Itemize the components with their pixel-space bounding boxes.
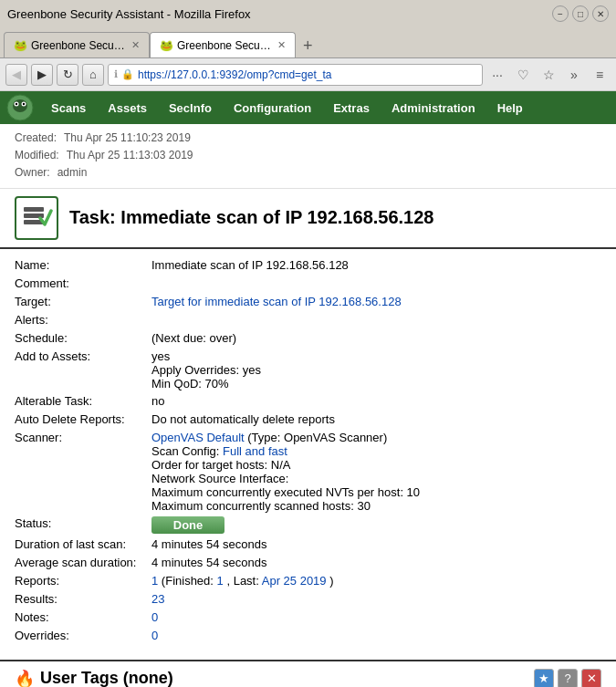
- scanner-link[interactable]: OpenVAS Default: [151, 431, 245, 444]
- created-value: Thu Apr 25 11:10:23 2019: [64, 130, 191, 147]
- more-button[interactable]: ···: [486, 64, 508, 86]
- tab-2-close[interactable]: ✕: [277, 39, 286, 51]
- schedule-label: Schedule:: [15, 331, 151, 345]
- add-to-assets-value: yes Apply Overrides: yes Min QoD: 70%: [151, 349, 601, 390]
- tab-1-close[interactable]: ✕: [131, 39, 140, 51]
- fire-icon: 🔥: [15, 669, 35, 687]
- menu-administration[interactable]: Administration: [381, 91, 486, 124]
- avg-duration-row: Average scan duration: 4 minutes 54 seco…: [15, 554, 601, 572]
- reports-finished-link[interactable]: 1: [217, 574, 224, 588]
- created-label: Created:: [15, 130, 57, 147]
- scanner-row: Scanner: OpenVAS Default (Type: OpenVAS …: [15, 429, 601, 515]
- svg-rect-6: [24, 207, 44, 212]
- menu-button[interactable]: ≡: [589, 64, 611, 86]
- tag-close-button[interactable]: ✕: [581, 669, 601, 687]
- back-button[interactable]: ◀: [5, 64, 27, 86]
- svg-point-1: [13, 99, 27, 112]
- schedule-row: Schedule: (Next due: over): [15, 329, 601, 348]
- user-tags-left: 🔥 User Tags (none): [15, 669, 173, 687]
- name-row: Name: Immediate scan of IP 192.168.56.12…: [15, 256, 601, 275]
- star-button[interactable]: ☆: [538, 64, 559, 86]
- alerts-label: Alerts:: [15, 313, 151, 327]
- minimize-button[interactable]: −: [552, 5, 569, 22]
- auto-delete-value: Do not automatically delete reports: [151, 412, 601, 426]
- reports-last-link[interactable]: Apr 25 2019: [262, 574, 327, 588]
- max-nvts: Maximum concurrently executed NVTs per h…: [151, 485, 420, 499]
- user-tags-icons: ★ ? ✕: [534, 669, 601, 687]
- owner-value: admin: [57, 164, 88, 182]
- target-label: Target:: [15, 295, 151, 308]
- url-bar[interactable]: ℹ 🔒 https://127.0.0.1:9392/omp?cmd=get_t…: [108, 64, 483, 86]
- auto-delete-row: Auto Delete Reports: Do not automaticall…: [15, 411, 601, 429]
- menu-scans[interactable]: Scans: [40, 91, 97, 124]
- avg-duration-label: Average scan duration:: [15, 556, 151, 569]
- comment-row: Comment:: [15, 275, 601, 293]
- new-tab-button[interactable]: +: [296, 34, 320, 57]
- target-row: Target: Target for immediate scan of IP …: [15, 293, 601, 311]
- title-bar: Greenbone Security Assistant - Mozilla F…: [0, 0, 616, 27]
- max-hosts: Maximum concurrently scanned hosts: 30: [151, 499, 371, 513]
- extra-button[interactable]: »: [563, 64, 585, 86]
- menu-secinfo[interactable]: SecInfo: [158, 91, 223, 124]
- created-line: Created: Thu Apr 25 11:10:23 2019: [15, 130, 601, 147]
- notes-link[interactable]: 0: [151, 610, 158, 624]
- scanner-type: (Type: OpenVAS Scanner): [247, 431, 387, 444]
- owner-line: Owner: admin: [15, 164, 601, 182]
- owner-label: Owner:: [15, 164, 50, 182]
- results-link[interactable]: 23: [151, 592, 164, 606]
- scan-config-link[interactable]: Full and fast: [223, 444, 287, 458]
- maximize-button[interactable]: □: [572, 5, 589, 22]
- notes-value: 0: [151, 610, 601, 624]
- add-to-assets-row: Add to Assets: yes Apply Overrides: yes …: [15, 348, 601, 392]
- modified-value: Thu Apr 25 11:13:03 2019: [67, 147, 193, 164]
- scanner-value: OpenVAS Default (Type: OpenVAS Scanner) …: [151, 431, 601, 513]
- reports-count-link[interactable]: 1: [151, 574, 158, 588]
- add-to-assets-label: Add to Assets:: [15, 349, 151, 363]
- close-button[interactable]: ✕: [592, 5, 609, 22]
- tab-2[interactable]: 🐸 Greenbone Security Assi... ✕: [150, 32, 296, 57]
- status-value: Done: [151, 516, 601, 534]
- tag-help-button[interactable]: ?: [558, 669, 578, 687]
- overrides-value: 0: [151, 629, 601, 642]
- reports-last-prefix: , Last:: [226, 574, 258, 588]
- alerts-row: Alerts:: [15, 311, 601, 329]
- overrides-label: Overrides:: [15, 629, 151, 642]
- target-link[interactable]: Target for immediate scan of IP 192.168.…: [151, 295, 402, 308]
- forward-button[interactable]: ▶: [31, 64, 53, 86]
- menu-help[interactable]: Help: [486, 91, 534, 124]
- reports-label: Reports:: [15, 574, 151, 588]
- alterable-value: no: [151, 394, 601, 408]
- status-row: Status: Done: [15, 515, 601, 536]
- notes-row: Notes: 0: [15, 609, 601, 627]
- comment-label: Comment:: [15, 276, 151, 290]
- task-icon-box: [15, 196, 58, 240]
- menu-extras[interactable]: Extras: [322, 91, 381, 124]
- app-logo: [4, 91, 37, 124]
- window-controls: − □ ✕: [552, 5, 609, 22]
- window-title: Greenbone Security Assistant - Mozilla F…: [7, 7, 251, 21]
- lock-icon: ℹ: [114, 68, 118, 80]
- reload-button[interactable]: ↻: [57, 64, 78, 86]
- name-label: Name:: [15, 258, 151, 272]
- tab-2-label: Greenbone Security Assi...: [177, 39, 272, 52]
- reports-value: 1 (Finished: 1 , Last: Apr 25 2019 ): [151, 574, 601, 588]
- svg-point-5: [23, 103, 25, 105]
- tab-1[interactable]: 🐸 Greenbone Security Assi... ✕: [4, 32, 150, 57]
- bookmark-button[interactable]: ♡: [512, 64, 534, 86]
- duration-last-row: Duration of last scan: 4 minutes 54 seco…: [15, 536, 601, 554]
- reports-finished-prefix: (Finished:: [162, 574, 214, 588]
- overrides-link[interactable]: 0: [151, 629, 158, 642]
- menu-configuration[interactable]: Configuration: [223, 91, 322, 124]
- task-header: Task: Immediate scan of IP 192.168.56.12…: [0, 189, 616, 249]
- modified-line: Modified: Thu Apr 25 11:13:03 2019: [15, 147, 601, 164]
- menu-assets[interactable]: Assets: [97, 91, 158, 124]
- overrides-row: Overrides: 0: [15, 627, 601, 645]
- content-area: Created: Thu Apr 25 11:10:23 2019 Modifi…: [0, 124, 616, 687]
- secure-icon: 🔒: [121, 68, 134, 80]
- results-value: 23: [151, 592, 601, 606]
- duration-last-label: Duration of last scan:: [15, 537, 151, 551]
- scanner-label: Scanner:: [15, 431, 151, 444]
- tag-star-button[interactable]: ★: [534, 669, 554, 687]
- reports-suffix: ): [329, 574, 333, 588]
- home-button[interactable]: ⌂: [82, 64, 104, 86]
